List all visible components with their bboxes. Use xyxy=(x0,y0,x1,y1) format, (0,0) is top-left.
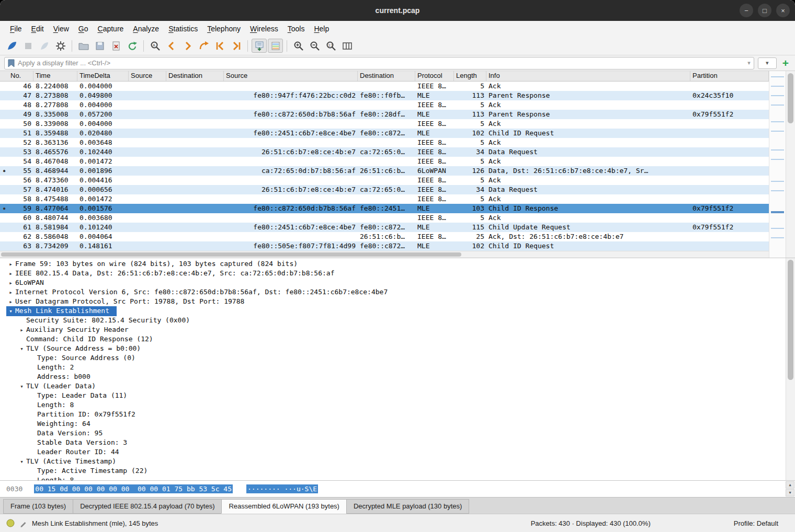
packet-row-53[interactable]: 538.4655760.10244026:51:c6:b7:e8:ce:4b:e… xyxy=(0,147,769,157)
restart-capture-icon[interactable] xyxy=(37,39,52,53)
menu-go[interactable]: Go xyxy=(74,22,93,35)
packet-list-vscrollbar[interactable] xyxy=(786,71,795,258)
menu-edit[interactable]: Edit xyxy=(27,22,49,35)
detail-line[interactable]: ▸6LoWPAN xyxy=(0,278,795,287)
previous-packet-icon[interactable] xyxy=(164,39,179,53)
menu-tools[interactable]: Tools xyxy=(283,22,310,35)
packet-row-61[interactable]: 618.5819840.101240fe80::2451:c6b7:e8ce:4… xyxy=(0,223,769,232)
hex-ascii-selected[interactable]: ········ ···u·S\E xyxy=(246,484,318,493)
menu-capture[interactable]: Capture xyxy=(93,22,129,35)
column-header-timedelta[interactable]: TimeDelta xyxy=(77,71,129,81)
detail-line[interactable]: Security Suite: 802.15.4 Security (0x00) xyxy=(0,316,795,325)
expand-arrow-icon[interactable]: ▸ xyxy=(6,269,15,279)
expand-arrow-icon[interactable]: ▸ xyxy=(17,326,26,335)
column-header-partition[interactable]: Partition xyxy=(690,71,769,81)
column-header-source[interactable]: Source xyxy=(129,71,166,81)
packet-row-52[interactable]: 528.3631360.003648IEEE 8…5Ack xyxy=(0,138,769,147)
hex-scroll-up-icon[interactable]: ▲ xyxy=(786,481,794,489)
detail-line[interactable]: ▾TLV (Source Address = b0:00) xyxy=(0,344,795,353)
menu-wireless[interactable]: Wireless xyxy=(245,22,283,35)
start-capture-icon[interactable] xyxy=(4,39,19,53)
filter-expression-dropdown[interactable]: ▾ xyxy=(758,57,777,69)
menu-help[interactable]: Help xyxy=(309,22,334,35)
column-header-info[interactable]: Info xyxy=(486,71,690,81)
column-header-destination[interactable]: Destination xyxy=(358,71,415,81)
detail-line[interactable]: Data Version: 95 xyxy=(0,429,795,438)
menu-file[interactable]: File xyxy=(5,22,27,35)
open-file-icon[interactable] xyxy=(76,39,91,53)
collapse-arrow-icon[interactable]: ▾ xyxy=(17,382,26,391)
detail-line[interactable]: ▾TLV (Leader Data) xyxy=(0,381,795,391)
detail-line[interactable]: ▸IEEE 802.15.4 Data, Dst: 26:51:c6:b7:e8… xyxy=(0,269,795,278)
resize-columns-icon[interactable] xyxy=(339,39,355,53)
menu-telephony[interactable]: Telephony xyxy=(202,22,245,35)
first-packet-icon[interactable] xyxy=(212,39,228,53)
packet-row-54[interactable]: 548.4670480.001472IEEE 8…5Ack xyxy=(0,157,769,166)
auto-scroll-icon[interactable] xyxy=(252,39,267,53)
close-icon[interactable]: × xyxy=(776,4,790,17)
expand-arrow-icon[interactable]: ▸ xyxy=(6,297,15,307)
byte-tab-decrypted-mle-payload-130-bytes-[interactable]: Decrypted MLE payload (130 bytes) xyxy=(346,499,469,514)
expand-arrow-icon[interactable]: ▸ xyxy=(6,288,15,297)
packet-row-62[interactable]: 628.5860480.00406426:51:c6:b…IEEE 8…25Ac… xyxy=(0,232,769,241)
goto-packet-icon[interactable] xyxy=(196,39,211,53)
column-header-no-[interactable]: No. xyxy=(8,71,33,81)
column-header-protocol[interactable]: Protocol xyxy=(415,71,454,81)
column-header-destination[interactable]: Destination xyxy=(166,71,224,81)
stop-capture-icon[interactable] xyxy=(20,39,36,53)
display-filter-input[interactable] xyxy=(18,59,744,67)
packet-list-hscrollbar[interactable] xyxy=(0,251,769,258)
packet-row-51[interactable]: 518.3594880.020480fe80::2451:c6b7:e8ce:4… xyxy=(0,129,769,138)
detail-line[interactable]: ▾Mesh Link Establishment xyxy=(0,306,795,316)
last-packet-icon[interactable] xyxy=(229,39,244,53)
packet-row-63[interactable]: 638.7342090.148161fe80::505e:f807:7f81:4… xyxy=(0,241,769,251)
detail-line[interactable]: ▸Internet Protocol Version 6, Src: fe80:… xyxy=(0,287,795,297)
next-packet-icon[interactable] xyxy=(180,39,195,53)
column-header-length[interactable]: Length xyxy=(454,71,486,81)
byte-tab-reassembled-6lowpan-193-bytes-[interactable]: Reassembled 6LoWPAN (193 bytes) xyxy=(221,499,346,514)
collapse-arrow-icon[interactable]: ▾ xyxy=(17,457,26,467)
zoom-out-icon[interactable] xyxy=(307,39,322,53)
detail-line[interactable]: Address: b000 xyxy=(0,372,795,381)
find-packet-icon[interactable]: A xyxy=(147,39,163,53)
detail-line[interactable]: Command: Child ID Response (12) xyxy=(0,334,795,344)
packet-minimap[interactable] xyxy=(769,71,786,258)
filter-bookmark-icon[interactable] xyxy=(8,59,15,67)
detail-line[interactable]: ▸Frame 59: 103 bytes on wire (824 bits),… xyxy=(0,259,795,269)
detail-line[interactable]: ▾TLV (Active Timestamp) xyxy=(0,457,795,466)
detail-line[interactable]: Type: Active Timestamp (22) xyxy=(0,466,795,476)
reload-file-icon[interactable] xyxy=(124,39,140,53)
maximize-icon[interactable]: □ xyxy=(758,4,771,17)
packet-row-50[interactable]: 508.3390080.004000IEEE 8…5Ack xyxy=(0,119,769,129)
hex-scroll-down-icon[interactable]: ▼ xyxy=(786,489,794,496)
detail-line[interactable]: Length: 8 xyxy=(0,400,795,410)
packet-row-58[interactable]: 588.4754880.001472IEEE 8…5Ack xyxy=(0,194,769,204)
add-filter-button[interactable]: + xyxy=(780,57,791,68)
vscroll-thumb[interactable] xyxy=(788,73,793,123)
expert-info-icon[interactable] xyxy=(6,519,15,527)
detail-line[interactable]: Stable Data Version: 3 xyxy=(0,438,795,447)
packet-row-55[interactable]: ●558.4689440.001896ca:72:65:0d:b7:b8:56:… xyxy=(0,166,769,176)
filter-clear-chevron-icon[interactable]: ▾ xyxy=(747,60,751,66)
zoom-in-icon[interactable] xyxy=(291,39,306,53)
column-header-time[interactable]: Time xyxy=(33,71,77,81)
capture-comment-icon[interactable] xyxy=(19,519,27,527)
detail-line[interactable]: Partition ID: 0x79f551f2 xyxy=(0,410,795,419)
details-vscrollbar[interactable] xyxy=(786,258,795,480)
hex-bytes-selected[interactable]: 00 15 0d 00 00 00 00 00 00 00 01 75 bb 5… xyxy=(34,484,233,493)
close-file-icon[interactable] xyxy=(108,39,123,53)
colorize-packets-icon[interactable] xyxy=(268,39,283,53)
collapse-arrow-icon[interactable]: ▾ xyxy=(6,307,15,316)
detail-line[interactable]: ▸User Datagram Protocol, Src Port: 19788… xyxy=(0,297,795,306)
packet-row-46[interactable]: 468.2240080.004000IEEE 8…5Ack xyxy=(0,82,769,91)
byte-tab-frame-103-bytes-[interactable]: Frame (103 bytes) xyxy=(3,499,73,514)
packet-row-56[interactable]: 568.4733600.004416IEEE 8…5Ack xyxy=(0,176,769,185)
menu-analyze[interactable]: Analyze xyxy=(128,22,164,35)
save-file-icon[interactable] xyxy=(92,39,107,53)
hscroll-thumb[interactable] xyxy=(1,252,461,257)
minimize-icon[interactable]: − xyxy=(740,4,753,17)
detail-line[interactable]: Length: 8 xyxy=(0,476,795,480)
column-header-source[interactable]: Source xyxy=(224,71,358,81)
detail-line[interactable]: Weighting: 64 xyxy=(0,419,795,429)
status-profile[interactable]: Profile: Default xyxy=(734,519,778,527)
